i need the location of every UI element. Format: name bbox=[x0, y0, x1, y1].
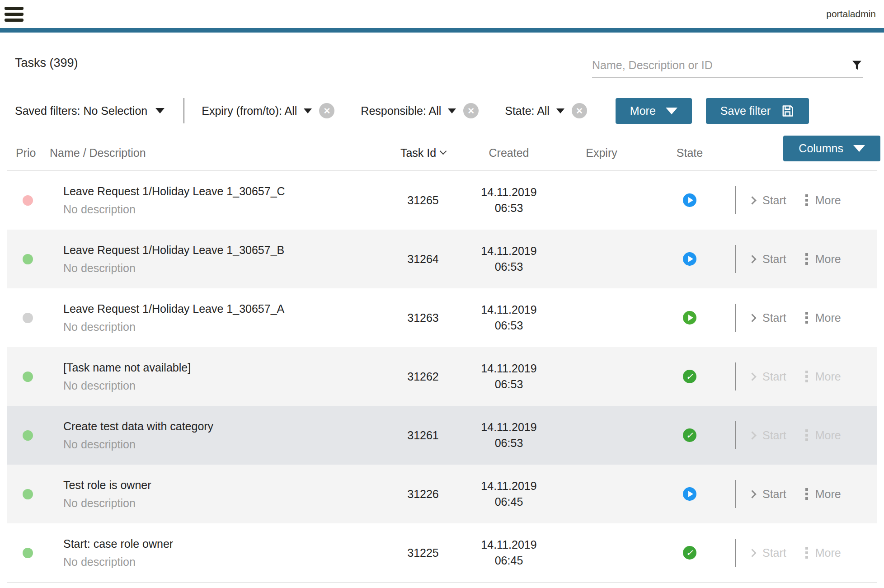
filter-chip-expiry: Expiry (from/to): All ✕ bbox=[202, 103, 334, 118]
filter-chip-state: State: All ✕ bbox=[505, 103, 587, 118]
created-time: 06:53 bbox=[459, 200, 559, 216]
task-description: No description bbox=[63, 555, 387, 569]
chevron-down-icon bbox=[556, 108, 564, 113]
table-row[interactable]: [Task name not available] No description… bbox=[7, 347, 877, 406]
chevron-down-icon bbox=[853, 145, 865, 152]
table-row[interactable]: Leave Request 1/Holiday Leave 1_30657_C … bbox=[7, 171, 877, 230]
state-filter-dropdown[interactable]: State: All bbox=[505, 104, 564, 118]
header-state[interactable]: State bbox=[644, 146, 735, 160]
start-button-label: Start bbox=[762, 370, 786, 383]
chevron-right-icon bbox=[748, 431, 756, 439]
kebab-dots-icon bbox=[805, 253, 808, 265]
row-more-label: More bbox=[815, 194, 841, 207]
actions-cell: Start More bbox=[735, 406, 877, 465]
header-task-id-sort[interactable]: Task Id bbox=[400, 146, 446, 160]
chevron-right-icon bbox=[748, 549, 756, 557]
filter-funnel-icon[interactable] bbox=[851, 59, 863, 72]
start-button[interactable]: Start bbox=[749, 488, 786, 501]
row-more-button[interactable]: More bbox=[805, 253, 841, 266]
tasks-table: Prio Name / Description Task Id Created … bbox=[7, 134, 877, 583]
kebab-dots-icon bbox=[805, 371, 808, 382]
table-row[interactable]: Leave Request 1/Holiday Leave 1_30657_B … bbox=[7, 230, 877, 288]
row-more-button[interactable]: More bbox=[805, 311, 841, 325]
responsible-filter-dropdown[interactable]: Responsible: All bbox=[361, 104, 456, 118]
start-button[interactable]: Start bbox=[749, 311, 786, 325]
created-date: 14.11.2019 bbox=[459, 184, 559, 200]
clear-state-filter-icon[interactable]: ✕ bbox=[572, 103, 587, 118]
created-time: 06:45 bbox=[459, 494, 559, 510]
task-name[interactable]: Start: case role owner bbox=[63, 537, 387, 550]
start-button[interactable]: Start bbox=[749, 253, 786, 266]
table-row[interactable]: Leave Request 1/Holiday Leave 1_30657_A … bbox=[7, 288, 877, 347]
start-button[interactable]: Start bbox=[749, 194, 786, 207]
saved-filters-label: Saved filters: No Selection bbox=[15, 104, 147, 118]
search-input[interactable] bbox=[592, 59, 851, 72]
task-description: No description bbox=[63, 320, 387, 334]
actions-divider bbox=[735, 362, 736, 390]
filter-chip-responsible: Responsible: All ✕ bbox=[361, 103, 479, 118]
task-description: No description bbox=[63, 262, 387, 275]
table-row[interactable]: Test role is owner No description 31226 … bbox=[7, 465, 877, 523]
title-row: Tasks (399) bbox=[0, 33, 884, 82]
priority-dot bbox=[23, 195, 33, 206]
actions-divider bbox=[735, 539, 736, 567]
name-cell: Start: case role owner No description bbox=[43, 537, 387, 569]
start-button: Start bbox=[749, 370, 786, 383]
expiry-filter-dropdown[interactable]: Expiry (from/to): All bbox=[202, 104, 312, 118]
columns-button[interactable]: Columns bbox=[783, 136, 880, 161]
task-id: 31225 bbox=[407, 546, 439, 560]
task-id: 31265 bbox=[407, 194, 439, 207]
play-icon bbox=[688, 491, 693, 497]
created-date: 14.11.2019 bbox=[459, 361, 559, 376]
row-more-label: More bbox=[815, 370, 841, 383]
start-button-label: Start bbox=[762, 488, 786, 501]
save-filter-button[interactable]: Save filter bbox=[706, 98, 809, 124]
name-cell: Leave Request 1/Holiday Leave 1_30657_C … bbox=[43, 185, 387, 216]
row-more-label: More bbox=[815, 253, 841, 266]
header-task-id-label: Task Id bbox=[400, 146, 436, 160]
save-filter-label: Save filter bbox=[720, 104, 771, 118]
actions-cell: Start More bbox=[735, 171, 877, 230]
state-icon: ✓ bbox=[683, 252, 696, 266]
search-field bbox=[592, 59, 863, 78]
row-more-button[interactable]: More bbox=[805, 488, 841, 501]
state-filter-label: State: All bbox=[505, 104, 550, 118]
clear-expiry-filter-icon[interactable]: ✕ bbox=[319, 103, 334, 118]
table-row[interactable]: Create test data with category No descri… bbox=[7, 406, 877, 465]
created-time: 06:53 bbox=[459, 259, 559, 275]
prio-cell bbox=[7, 430, 43, 441]
table-row[interactable]: Start: case role owner No description 31… bbox=[7, 523, 877, 582]
created-cell: 14.11.2019 06:45 bbox=[459, 478, 559, 510]
task-name[interactable]: Test role is owner bbox=[63, 479, 387, 492]
task-name[interactable]: Leave Request 1/Holiday Leave 1_30657_B bbox=[63, 244, 387, 257]
actions-divider bbox=[735, 421, 736, 449]
actions-cell: Start More bbox=[735, 288, 877, 347]
header-created[interactable]: Created bbox=[459, 146, 559, 160]
table-body: Leave Request 1/Holiday Leave 1_30657_C … bbox=[7, 171, 877, 583]
chevron-down-icon bbox=[448, 108, 456, 113]
state-icon: ✓ bbox=[683, 546, 696, 560]
state-cell: ✓ bbox=[683, 428, 696, 442]
name-cell: Create test data with category No descri… bbox=[43, 420, 387, 451]
menu-icon[interactable] bbox=[5, 7, 24, 22]
actions-divider bbox=[735, 186, 736, 214]
task-name[interactable]: Create test data with category bbox=[63, 420, 387, 433]
clear-responsible-filter-icon[interactable]: ✕ bbox=[463, 103, 479, 118]
header-expiry[interactable]: Expiry bbox=[559, 146, 644, 160]
created-date: 14.11.2019 bbox=[459, 302, 559, 318]
priority-dot bbox=[23, 489, 33, 499]
prio-cell bbox=[7, 372, 43, 382]
row-more-button[interactable]: More bbox=[805, 194, 841, 207]
task-name[interactable]: Leave Request 1/Holiday Leave 1_30657_A bbox=[63, 302, 387, 315]
actions-divider bbox=[735, 245, 736, 273]
username[interactable]: portaladmin bbox=[826, 9, 876, 19]
task-name[interactable]: Leave Request 1/Holiday Leave 1_30657_C bbox=[63, 185, 387, 198]
kebab-dots-icon bbox=[805, 312, 808, 324]
task-id: 31226 bbox=[407, 488, 439, 501]
task-name[interactable]: [Task name not available] bbox=[63, 361, 387, 374]
saved-filters-dropdown[interactable]: Saved filters: No Selection bbox=[15, 104, 165, 118]
chevron-right-icon bbox=[748, 490, 756, 498]
row-more-button: More bbox=[805, 370, 841, 383]
row-more-label: More bbox=[815, 429, 841, 442]
more-filters-button[interactable]: More bbox=[616, 98, 692, 124]
